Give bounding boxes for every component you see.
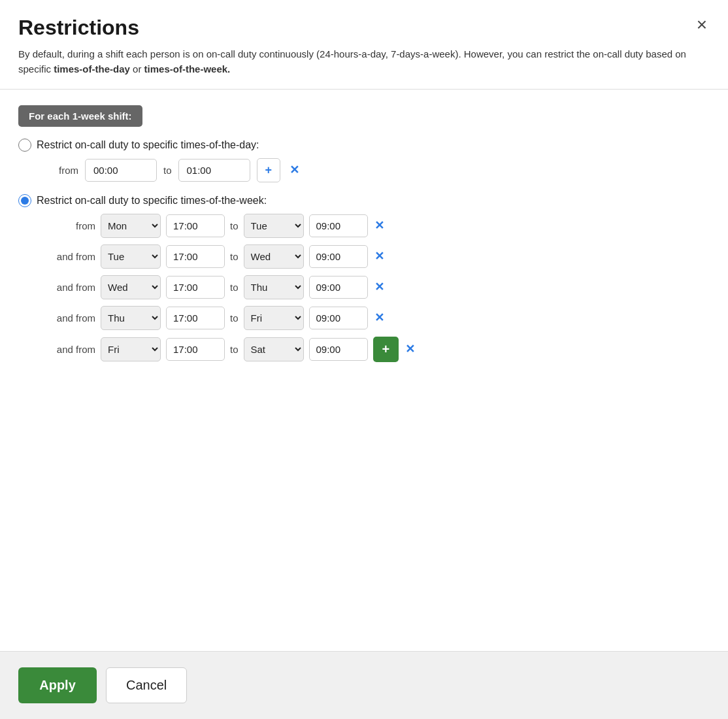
add-week-row-button[interactable]: + <box>373 337 399 362</box>
from-day-select-4[interactable]: MonTueWedThuFriSatSun <box>101 337 161 361</box>
time-row-day: from to + ✕ <box>58 158 710 182</box>
time-from-input[interactable] <box>85 159 157 182</box>
apply-button[interactable]: Apply <box>18 667 97 703</box>
to-label-week-2: to <box>230 282 239 293</box>
description: By default, during a shift each person i… <box>18 46 710 77</box>
add-time-button[interactable]: + <box>257 158 281 182</box>
shift-badge: For each 1-week shift: <box>18 105 142 127</box>
to-time-input-1[interactable] <box>309 245 368 268</box>
and-from-label-week-2: and from <box>38 282 95 293</box>
to-day-select-2[interactable]: MonTueWedThuFriSatSun <box>244 275 304 299</box>
divider-top <box>0 89 728 90</box>
week-row-2: and from MonTueWedThuFriSatSun to MonTue… <box>38 275 710 299</box>
to-day-select-1[interactable]: MonTueWedThuFriSatSun <box>244 244 304 269</box>
and-from-label-week-1: and from <box>38 251 95 262</box>
to-label-week-3: to <box>230 312 239 324</box>
remove-week-row-4[interactable]: ✕ <box>404 342 416 356</box>
from-time-input-0[interactable] <box>166 214 225 237</box>
from-day-select-1[interactable]: MonTueWedThuFriSatSun <box>101 244 161 269</box>
radio-row-week: Restrict on-call duty to specific times-… <box>18 194 710 207</box>
page-title: Restrictions <box>18 16 139 40</box>
description-bold1: times-of-the-day <box>54 63 130 75</box>
radio-day[interactable] <box>18 139 31 152</box>
radio-day-label: Restrict on-call duty to specific times-… <box>37 139 259 151</box>
close-button[interactable]: × <box>694 16 710 34</box>
modal-body: Restrictions × By default, during a shif… <box>0 0 728 651</box>
remove-time-button[interactable]: ✕ <box>287 163 302 177</box>
header-row: Restrictions × <box>18 16 710 40</box>
week-row-3: and from MonTueWedThuFriSatSun to MonTue… <box>38 306 710 330</box>
from-time-input-4[interactable] <box>166 338 225 361</box>
to-label-week-0: to <box>230 220 239 231</box>
week-row-1: and from MonTueWedThuFriSatSun to MonTue… <box>38 244 710 269</box>
to-time-input-0[interactable] <box>309 214 368 237</box>
remove-week-row-0[interactable]: ✕ <box>373 218 386 233</box>
and-from-label-week-4: and from <box>38 344 95 355</box>
week-row-0: from MonTueWedThuFriSatSun to MonTueWedT… <box>38 214 710 238</box>
from-time-input-1[interactable] <box>166 245 225 268</box>
to-day-select-3[interactable]: MonTueWedThuFriSatSun <box>244 306 304 330</box>
modal-footer: Apply Cancel <box>0 651 728 719</box>
and-from-label-week-3: and from <box>38 312 95 324</box>
modal: Restrictions × By default, during a shif… <box>0 0 728 719</box>
to-label-week-4: to <box>230 344 239 355</box>
remove-week-row-2[interactable]: ✕ <box>373 280 386 294</box>
radio-section-week: Restrict on-call duty to specific times-… <box>18 194 710 362</box>
to-day-select-0[interactable]: MonTueWedThuFriSatSun <box>244 214 304 238</box>
week-row-4: and from MonTueWedThuFriSatSun to MonTue… <box>38 337 710 362</box>
to-day-select-4[interactable]: MonTueWedThuFriSatSun <box>244 337 304 361</box>
remove-week-row-1[interactable]: ✕ <box>373 249 386 263</box>
cancel-button[interactable]: Cancel <box>106 667 187 703</box>
from-time-input-2[interactable] <box>166 276 225 299</box>
from-day-select-2[interactable]: MonTueWedThuFriSatSun <box>101 275 161 299</box>
to-time-input-2[interactable] <box>309 276 368 299</box>
from-time-input-3[interactable] <box>166 307 225 329</box>
to-time-input-3[interactable] <box>309 307 368 329</box>
radio-row-day: Restrict on-call duty to specific times-… <box>18 139 710 152</box>
radio-week-label: Restrict on-call duty to specific times-… <box>37 195 267 207</box>
radio-week[interactable] <box>18 194 31 207</box>
from-day-select-0[interactable]: MonTueWedThuFriSatSun <box>101 214 161 238</box>
to-time-input-4[interactable] <box>309 338 368 361</box>
to-label-week-1: to <box>230 251 239 262</box>
time-to-input[interactable] <box>178 159 250 182</box>
from-label-day: from <box>58 165 78 176</box>
to-label-day: to <box>163 165 172 176</box>
description-mid: or <box>130 63 144 75</box>
from-label-week-0: from <box>38 220 95 231</box>
remove-week-row-3[interactable]: ✕ <box>373 310 386 325</box>
radio-section-day: Restrict on-call duty to specific times-… <box>18 139 710 182</box>
from-day-select-3[interactable]: MonTueWedThuFriSatSun <box>101 306 161 330</box>
week-rows: from MonTueWedThuFriSatSun to MonTueWedT… <box>38 214 710 362</box>
description-bold2: times-of-the-week. <box>144 63 231 75</box>
